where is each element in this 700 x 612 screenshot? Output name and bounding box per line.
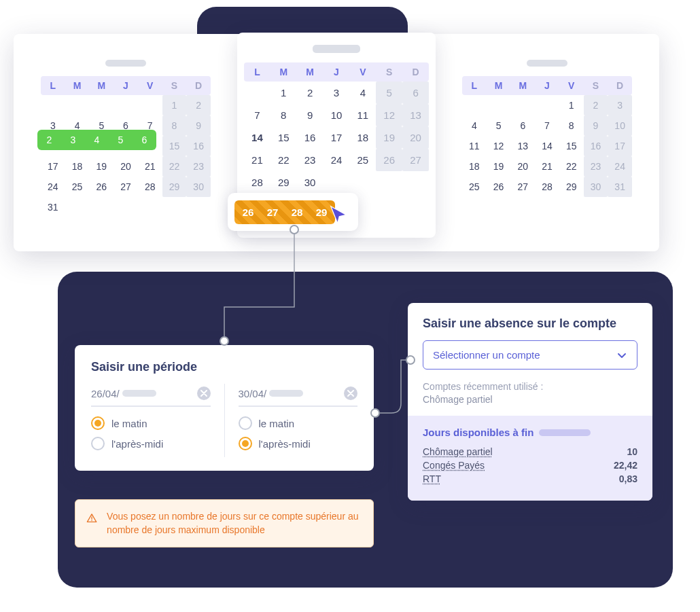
start-radio-afternoon[interactable]: l'après-midi [91, 437, 211, 450]
day-cell[interactable]: 21 [244, 149, 270, 171]
day-cell[interactable]: 9 [584, 115, 608, 136]
day-cell[interactable]: 6 [510, 115, 535, 136]
day-cell[interactable]: 18 [462, 156, 487, 177]
day-cell[interactable]: 20 [402, 126, 429, 149]
day-cell[interactable]: 1 [162, 95, 187, 115]
day-cell[interactable]: 16 [186, 136, 211, 156]
day-cell[interactable]: 1 [270, 82, 297, 104]
start-radio-morning[interactable]: le matin [91, 416, 211, 430]
day-cell[interactable]: 9 [297, 104, 323, 126]
day-cell[interactable]: 29 [559, 177, 584, 197]
day-cell[interactable]: 23 [584, 156, 608, 177]
day-cell[interactable]: 12 [487, 136, 511, 156]
day-cell[interactable]: 13 [402, 104, 429, 126]
day-cell[interactable]: 24 [608, 156, 632, 177]
day-cell[interactable]: 15 [162, 136, 187, 156]
day-cell[interactable]: 24 [323, 149, 350, 171]
day-cell[interactable]: 10 [608, 115, 632, 136]
day-cell[interactable]: 28 [138, 177, 162, 197]
day-cell[interactable]: 29 [162, 177, 187, 197]
day-cell[interactable]: 15 [270, 126, 297, 149]
day-cell[interactable]: 6 [402, 82, 429, 104]
day-cell[interactable]: 30 [584, 177, 608, 197]
day-cell[interactable]: 3 [323, 82, 350, 104]
day-cell[interactable]: 21 [138, 156, 162, 177]
day-cell[interactable]: 4 [349, 82, 376, 104]
day-cell[interactable]: 7 [535, 115, 559, 136]
day-cell[interactable]: 17 [323, 126, 350, 149]
day-cell[interactable]: 8 [270, 104, 297, 126]
day-cell[interactable]: 27 [402, 149, 429, 171]
day-cell[interactable]: 11 [462, 136, 487, 156]
day-cell[interactable]: 26 [89, 177, 113, 197]
clear-icon[interactable] [344, 386, 357, 400]
end-radio-morning[interactable]: le matin [239, 416, 358, 430]
day-cell[interactable]: 7 [244, 104, 270, 126]
clear-icon[interactable] [197, 386, 211, 400]
day-cell[interactable]: 19 [89, 156, 113, 177]
day-cell[interactable]: 18 [65, 156, 90, 177]
day-cell[interactable]: 2 [584, 95, 608, 115]
day-cell[interactable]: 17 [608, 136, 632, 156]
start-date-input[interactable]: 26/04/ [91, 384, 211, 407]
orange-range[interactable]: 26272829 [234, 200, 335, 224]
day-cell[interactable]: 3 [608, 95, 632, 115]
day-cell[interactable]: 8 [559, 115, 584, 136]
day-cell[interactable]: 12 [376, 104, 402, 126]
day-cell[interactable]: 19 [376, 126, 402, 149]
day-cell[interactable]: 31 [608, 177, 632, 197]
day-cell[interactable]: 27 [510, 177, 535, 197]
day-cell[interactable]: 18 [349, 126, 376, 149]
day-cell[interactable]: 25 [65, 177, 90, 197]
day-cell[interactable]: 16 [297, 126, 323, 149]
range-day[interactable]: 26 [236, 202, 260, 223]
day-cell[interactable]: 24 [41, 177, 65, 197]
day-cell[interactable]: 22 [559, 156, 584, 177]
day-cell[interactable]: 23 [297, 149, 323, 171]
day-cell[interactable]: 31 [41, 197, 65, 217]
day-cell[interactable]: 8 [162, 115, 187, 136]
day-cell[interactable]: 26 [376, 149, 402, 171]
day-cell[interactable]: 9 [186, 115, 211, 136]
day-cell[interactable]: 1 [559, 95, 584, 115]
day-cell[interactable]: 10 [323, 104, 350, 126]
day-cell[interactable]: 30 [297, 171, 323, 194]
day-cell[interactable]: 20 [113, 156, 138, 177]
day-cell[interactable]: 13 [510, 136, 535, 156]
day-cell[interactable]: 5 [376, 82, 402, 104]
day-cell[interactable]: 28 [535, 177, 559, 197]
end-radio-afternoon[interactable]: l'après-midi [239, 437, 358, 450]
day-cell[interactable]: 23 [186, 156, 211, 177]
day-cell[interactable]: 14 [244, 126, 270, 149]
days-row-name[interactable]: Congés Payés [423, 460, 485, 471]
day-cell[interactable]: 4 [462, 115, 487, 136]
day-cell[interactable]: 26 [487, 177, 511, 197]
account-select[interactable]: Sélectionner un compte [423, 340, 637, 370]
days-row-name[interactable]: RTT [423, 473, 441, 484]
day-cell[interactable]: 19 [487, 156, 511, 177]
day-cell[interactable]: 30 [186, 177, 211, 197]
day-cell[interactable]: 15 [559, 136, 584, 156]
day-cell[interactable]: 22 [162, 156, 187, 177]
end-date-input[interactable]: 30/04/ [239, 384, 358, 407]
day-cell[interactable]: 14 [535, 136, 559, 156]
day-cell[interactable]: 22 [270, 149, 297, 171]
range-day: 2 [37, 130, 61, 150]
range-day[interactable]: 27 [260, 202, 285, 223]
day-cell[interactable]: 17 [41, 156, 65, 177]
day-cell[interactable]: 25 [349, 149, 376, 171]
day-cell[interactable]: 5 [487, 115, 511, 136]
day-cell[interactable]: 16 [584, 136, 608, 156]
day-cell[interactable]: 25 [462, 177, 487, 197]
day-cell[interactable]: 21 [535, 156, 559, 177]
placeholder-bar [539, 429, 591, 436]
day-cell[interactable]: 28 [244, 171, 270, 194]
day-cell[interactable]: 2 [297, 82, 323, 104]
day-cell[interactable]: 20 [510, 156, 535, 177]
day-cell[interactable]: 29 [270, 171, 297, 194]
day-cell[interactable]: 2 [186, 95, 211, 115]
day-cell[interactable]: 27 [113, 177, 138, 197]
day-cell[interactable]: 11 [349, 104, 376, 126]
range-day[interactable]: 28 [285, 202, 309, 223]
days-row-name[interactable]: Chômage partiel [423, 446, 493, 457]
